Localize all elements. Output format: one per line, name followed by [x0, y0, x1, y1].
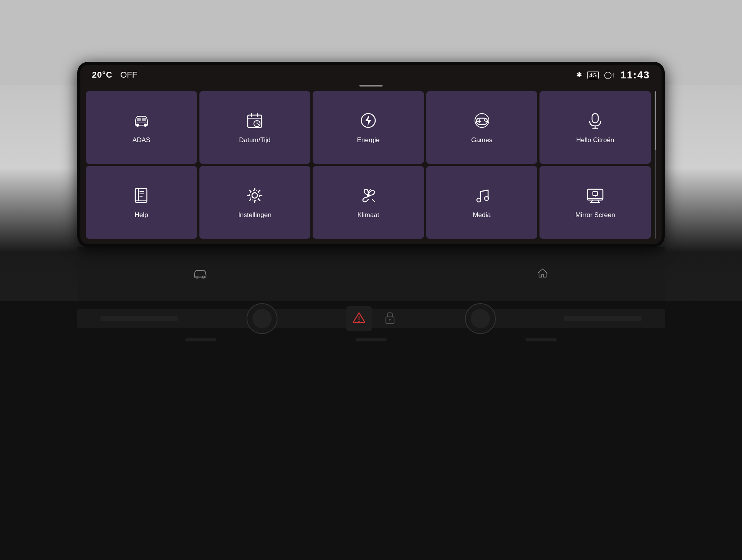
bolt-svg: [359, 111, 378, 130]
infotainment-screen: 20°C OFF ✱ 4G ◯↑ 11:43: [80, 65, 662, 244]
mirror-screen-label: Mirror Screen: [575, 211, 615, 219]
adas-label: ADAS: [133, 136, 150, 144]
app-tile-help[interactable]: Help: [86, 166, 197, 239]
media-icon: [473, 186, 491, 207]
help-icon: [132, 186, 151, 207]
dashboard: 20°C OFF ✱ 4G ◯↑ 11:43: [0, 0, 742, 560]
apps-container: ADAS: [80, 88, 662, 244]
lock-button[interactable]: [384, 311, 396, 326]
gamepad-svg: [473, 111, 491, 130]
dial-left[interactable]: [247, 303, 277, 334]
dial-right[interactable]: [465, 303, 496, 334]
games-label: Games: [471, 136, 492, 144]
app-tile-adas[interactable]: ADAS: [86, 91, 197, 164]
app-tile-hello-citroen[interactable]: Hello Citroën: [539, 91, 651, 164]
ac-status: OFF: [120, 70, 137, 80]
klimaat-icon: [359, 186, 378, 207]
svg-point-0: [136, 124, 139, 127]
location-icon: ◯↑: [604, 71, 615, 79]
fan-svg: [359, 186, 378, 205]
status-right: ✱ 4G ◯↑ 11:43: [576, 69, 650, 81]
vent-control-1: [186, 338, 216, 341]
music-svg: [473, 186, 491, 205]
energie-label: Energie: [357, 136, 380, 144]
svg-point-19: [485, 121, 487, 122]
svg-rect-2: [137, 118, 141, 121]
svg-rect-20: [592, 114, 598, 123]
status-bar: 20°C OFF ✱ 4G ◯↑ 11:43: [80, 65, 662, 85]
gear-svg: [245, 186, 264, 205]
klimaat-label: Klimaat: [357, 211, 380, 219]
svg-line-11: [257, 124, 259, 124]
svg-rect-42: [593, 192, 597, 195]
svg-point-30: [250, 190, 260, 200]
svg-point-29: [252, 193, 257, 198]
vent-control-2: [356, 338, 386, 341]
app-tile-klimaat[interactable]: Klimaat: [313, 166, 424, 239]
vent-slider-left[interactable]: [100, 316, 178, 321]
adas-icon: [132, 111, 151, 132]
bluetooth-icon: ✱: [576, 71, 582, 79]
mirror-screen-icon: [586, 186, 604, 207]
svg-point-18: [484, 119, 485, 121]
app-tile-mirror-screen[interactable]: Mirror Screen: [539, 166, 651, 239]
car-svg: [132, 111, 151, 130]
svg-rect-3: [142, 118, 146, 121]
instellingen-label: Instellingen: [238, 211, 271, 219]
datum-tijd-label: Datum/Tijd: [239, 136, 271, 144]
vent-control-3: [526, 338, 556, 341]
apps-grid: ADAS: [86, 91, 651, 239]
help-label: Help: [134, 211, 148, 219]
scrollbar-thumb: [655, 91, 656, 150]
svg-point-14: [475, 114, 489, 127]
car-hw-icon: [193, 267, 207, 279]
scrollbar-track: [655, 91, 656, 239]
hello-citroen-label: Hello Citroën: [576, 136, 614, 144]
scroll-indicator: [359, 85, 383, 87]
svg-marker-13: [365, 115, 371, 126]
microphone-svg: [586, 111, 604, 130]
clock-display: 11:43: [621, 69, 650, 81]
svg-rect-23: [135, 188, 147, 202]
hello-citroen-icon: [586, 111, 604, 132]
network-icon: 4G: [587, 71, 598, 79]
games-icon: [473, 111, 491, 132]
instellingen-icon: [245, 186, 264, 207]
svg-line-34: [480, 190, 488, 192]
mirror-svg: [586, 186, 604, 205]
energie-icon: [359, 111, 378, 132]
app-tile-media[interactable]: Media: [426, 166, 538, 239]
datum-tijd-icon: [245, 111, 264, 132]
home-button[interactable]: [536, 267, 549, 282]
media-label: Media: [473, 211, 490, 219]
svg-point-47: [358, 321, 359, 322]
car-button[interactable]: [193, 267, 207, 282]
calendar-clock-svg: [245, 111, 264, 130]
status-left: 20°C OFF: [92, 70, 137, 80]
home-hw-icon: [536, 267, 549, 279]
vent-area: [0, 301, 742, 560]
temperature-display: 20°C: [92, 70, 112, 80]
app-tile-games[interactable]: Games: [426, 91, 538, 164]
book-svg: [132, 186, 151, 205]
hardware-controls: [77, 247, 665, 301]
hazard-button[interactable]: [346, 306, 372, 331]
vent-slider-right[interactable]: [564, 316, 642, 321]
scrollbar[interactable]: [654, 91, 656, 239]
app-tile-instellingen[interactable]: Instellingen: [199, 166, 311, 239]
screen-bezel: 20°C OFF ✱ 4G ◯↑ 11:43: [77, 62, 665, 247]
svg-line-33: [372, 199, 374, 202]
app-tile-energie[interactable]: Energie: [313, 91, 424, 164]
app-tile-datum-tijd[interactable]: Datum/Tijd: [199, 91, 311, 164]
svg-point-1: [144, 124, 147, 127]
